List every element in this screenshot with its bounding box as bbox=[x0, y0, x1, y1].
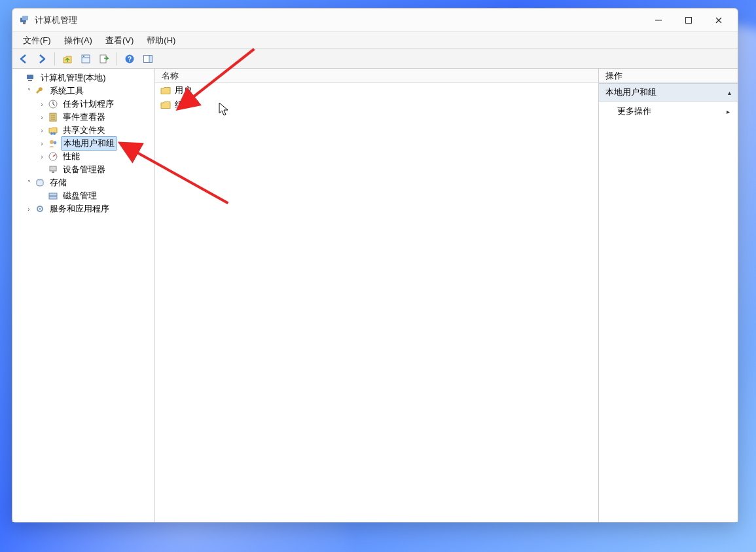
svg-rect-2 bbox=[23, 22, 26, 24]
performance-icon bbox=[48, 151, 58, 162]
actions-section-title[interactable]: 本地用户和组 ▴ bbox=[599, 83, 738, 101]
close-button[interactable] bbox=[704, 10, 734, 31]
folder-icon bbox=[160, 86, 171, 95]
svg-rect-10 bbox=[100, 55, 106, 63]
users-groups-icon bbox=[48, 138, 58, 149]
svg-rect-7 bbox=[82, 55, 90, 63]
tree-label: 系统工具 bbox=[48, 84, 86, 98]
expand-toggle-icon[interactable]: › bbox=[24, 206, 33, 213]
tree-label: 任务计划程序 bbox=[61, 98, 116, 111]
svg-point-25 bbox=[54, 141, 57, 145]
toolbar-separator bbox=[117, 52, 117, 65]
tree-root[interactable]: 计算机管理(本地) bbox=[12, 71, 154, 84]
svg-point-34 bbox=[39, 208, 41, 210]
svg-rect-15 bbox=[27, 75, 33, 79]
menubar: 文件(F) 操作(A) 查看(V) 帮助(H) bbox=[12, 32, 738, 49]
services-icon bbox=[35, 204, 45, 214]
folder-icon bbox=[160, 100, 171, 109]
tree-label: 共享文件夹 bbox=[61, 124, 107, 137]
toolbar-separator bbox=[54, 52, 55, 65]
wrench-icon bbox=[35, 86, 45, 96]
titlebar: 计算机管理 bbox=[12, 9, 738, 32]
clock-icon bbox=[48, 99, 58, 109]
expand-toggle-icon[interactable]: › bbox=[37, 101, 46, 108]
shared-folder-icon bbox=[48, 125, 58, 136]
svg-line-27 bbox=[53, 155, 56, 156]
tree-label: 事件查看器 bbox=[61, 111, 107, 124]
svg-text:?: ? bbox=[128, 55, 132, 62]
tree-services-apps[interactable]: › 服务和应用程序 bbox=[12, 202, 154, 215]
list-column-header-name[interactable]: 名称 bbox=[155, 69, 598, 83]
actions-section-label: 本地用户和组 bbox=[605, 86, 657, 98]
toolbar-back-button[interactable] bbox=[15, 51, 32, 67]
expand-toggle-icon[interactable]: › bbox=[37, 153, 46, 160]
tree-label: 计算机管理(本地) bbox=[39, 71, 108, 84]
actions-row-label: 更多操作 bbox=[617, 105, 651, 117]
svg-rect-3 bbox=[655, 20, 662, 20]
tree-label: 设备管理器 bbox=[61, 163, 107, 176]
tree-event-viewer[interactable]: › 事件查看器 bbox=[12, 111, 154, 124]
tree-task-scheduler[interactable]: › 任务计划程序 bbox=[12, 98, 154, 111]
main-window: 计算机管理 文件(F) 操作(A) 查看(V) 帮助(H) bbox=[12, 8, 738, 523]
toolbar: ? bbox=[12, 49, 738, 69]
tree-performance[interactable]: › 性能 bbox=[12, 150, 154, 163]
collapse-caret-icon: ▴ bbox=[728, 89, 731, 96]
list-item-label: 用户 bbox=[175, 84, 192, 96]
event-log-icon bbox=[48, 112, 58, 122]
menu-help[interactable]: 帮助(H) bbox=[140, 32, 182, 48]
toolbar-forward-button[interactable] bbox=[33, 51, 50, 67]
tree-label: 存储 bbox=[48, 176, 69, 189]
actions-header: 操作 bbox=[599, 69, 738, 83]
svg-rect-4 bbox=[686, 17, 692, 23]
tree-system-tools[interactable]: ˅ 系统工具 bbox=[12, 84, 154, 98]
svg-point-24 bbox=[50, 140, 54, 144]
tree-disk-management[interactable]: 磁盘管理 bbox=[12, 189, 154, 202]
toolbar-help-button[interactable]: ? bbox=[121, 51, 138, 67]
tree-device-manager[interactable]: 设备管理器 bbox=[12, 163, 154, 176]
tree-shared-folders[interactable]: › 共享文件夹 bbox=[12, 124, 154, 137]
tree-label: 服务和应用程序 bbox=[48, 202, 111, 215]
submenu-caret-icon: ▸ bbox=[727, 108, 730, 115]
toolbar-show-action-pane-button[interactable] bbox=[139, 51, 156, 67]
app-icon bbox=[19, 15, 29, 26]
svg-rect-31 bbox=[49, 193, 57, 196]
svg-rect-16 bbox=[28, 80, 32, 81]
tree-local-users-groups[interactable]: › 本地用户和组 bbox=[12, 137, 154, 150]
menu-file[interactable]: 文件(F) bbox=[16, 32, 58, 48]
list-body[interactable]: 用户 组 bbox=[155, 83, 598, 522]
list-pane: 名称 用户 组 bbox=[155, 69, 599, 522]
computer-management-icon bbox=[26, 73, 36, 83]
svg-point-23 bbox=[53, 132, 56, 135]
svg-point-22 bbox=[50, 132, 53, 135]
toolbar-up-button[interactable] bbox=[59, 51, 76, 67]
tree-storage[interactable]: ˅ 存储 bbox=[12, 176, 154, 189]
svg-rect-14 bbox=[149, 55, 153, 62]
window-title: 计算机管理 bbox=[35, 14, 77, 26]
disk-management-icon bbox=[48, 191, 58, 201]
actions-pane: 操作 本地用户和组 ▴ 更多操作 ▸ bbox=[599, 69, 738, 522]
expand-toggle-icon[interactable]: › bbox=[37, 114, 46, 121]
device-manager-icon bbox=[48, 164, 58, 175]
minimize-button[interactable] bbox=[643, 10, 674, 31]
expand-toggle-icon[interactable]: › bbox=[37, 127, 46, 134]
collapse-toggle-icon[interactable]: ˅ bbox=[24, 88, 33, 95]
tree-label: 本地用户和组 bbox=[61, 136, 117, 151]
menu-action[interactable]: 操作(A) bbox=[58, 32, 99, 48]
tree-label: 磁盘管理 bbox=[61, 189, 99, 202]
tree-pane[interactable]: 计算机管理(本地) ˅ 系统工具 › bbox=[12, 69, 155, 522]
svg-rect-29 bbox=[52, 172, 54, 173]
menu-view[interactable]: 查看(V) bbox=[99, 32, 140, 48]
svg-rect-1 bbox=[22, 16, 28, 20]
collapse-toggle-icon[interactable]: ˅ bbox=[24, 179, 33, 187]
list-item-groups[interactable]: 组 bbox=[155, 98, 598, 112]
toolbar-properties-button[interactable] bbox=[77, 51, 94, 67]
list-item-users[interactable]: 用户 bbox=[155, 83, 598, 98]
list-item-label: 组 bbox=[175, 99, 183, 111]
svg-rect-28 bbox=[50, 166, 56, 171]
tree-label: 性能 bbox=[61, 150, 82, 163]
toolbar-export-button[interactable] bbox=[96, 51, 113, 67]
actions-more-actions[interactable]: 更多操作 ▸ bbox=[599, 101, 738, 121]
maximize-button[interactable] bbox=[674, 10, 704, 31]
storage-icon bbox=[35, 177, 45, 188]
expand-toggle-icon[interactable]: › bbox=[37, 140, 46, 147]
